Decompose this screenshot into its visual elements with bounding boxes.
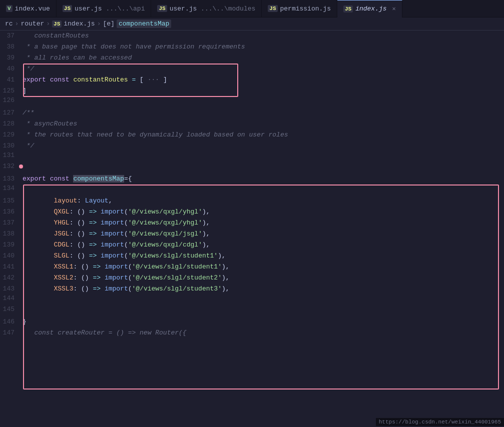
tab-user-js-api[interactable]: JS user.js ...\..\api — [57, 0, 152, 18]
tab-label: index.vue — [15, 5, 50, 12]
tab-bar: V index.vue JS user.js ...\..\api JS use… — [0, 0, 504, 18]
line-number: 40 — [0, 65, 23, 72]
code-line: 139 CDGL: () => import('@/views/qxgl/cdg… — [0, 240, 504, 250]
line-content: const createRouter = () => new Router({ — [23, 328, 504, 338]
line-number: 125 — [0, 87, 23, 94]
code-line: 138 JSGL: () => import('@/views/qxgl/jsg… — [0, 228, 504, 240]
code-line: 143 XSSL3: () => import('@/views/slgl/st… — [0, 284, 504, 294]
line-content: * a base page that does not have permiss… — [23, 42, 504, 52]
code-line: 145 — [0, 306, 504, 316]
js-icon: JS — [268, 5, 277, 12]
tab-label: permission.js — [280, 5, 331, 12]
line-number: 138 — [0, 230, 23, 238]
code-line: 140 SLGL: () => import('@/views/slgl/stu… — [0, 250, 504, 262]
line-number: 139 — [0, 241, 23, 248]
line-number: 146 — [0, 318, 23, 326]
code-line: 146 } — [0, 316, 504, 328]
code-line: 126 — [0, 96, 504, 108]
breadcrumb-sep: › — [97, 20, 101, 28]
tab-label: user.js ...\..\api — [75, 5, 145, 12]
line-number: 37 — [0, 32, 23, 40]
line-content: } — [23, 316, 504, 328]
code-line: 144 — [0, 294, 504, 306]
breadcrumb-symbol: componentsMap — [117, 20, 171, 28]
line-content: XSSL1: () => import('@/views/slgl/studen… — [23, 262, 504, 272]
line-number: 134 — [0, 184, 23, 192]
line-content: export const componentsMap={ — [23, 174, 504, 184]
line-content: ] — [23, 86, 504, 96]
code-line: 130 */ — [0, 140, 504, 152]
code-line: 135 layout: Layout, — [0, 196, 504, 206]
tab-label: index.js — [355, 5, 386, 12]
js-icon: JS — [343, 6, 353, 12]
line-content: JSGL: () => import('@/views/qxgl/jsgl'), — [23, 228, 504, 240]
js-badge: JS — [52, 20, 62, 28]
line-number: 39 — [0, 54, 23, 62]
line-number: 136 — [0, 208, 23, 216]
line-number: 147 — [0, 329, 23, 336]
watermark-url: https://blog.csdn.net/weixin_44001965 — [376, 418, 504, 426]
line-number: 38 — [0, 43, 23, 50]
line-number: 145 — [0, 306, 23, 313]
js-icon: JS — [157, 5, 167, 12]
line-number: 143 — [0, 285, 23, 292]
line-content: export const constantRoutes = [ ··· ] — [23, 74, 504, 86]
code-line: 128 * asyncRoutes — [0, 118, 504, 130]
line-content: * asyncRoutes — [23, 118, 504, 130]
code-line: 142 XSSL2: () => import('@/views/slgl/st… — [0, 272, 504, 284]
line-content: * the routes that need to be dynamically… — [23, 130, 504, 140]
breadcrumb-file: index.js — [64, 20, 95, 28]
code-line: 147 const createRouter = () => new Route… — [0, 328, 504, 338]
code-line: 41 export const constantRoutes = [ ··· ] — [0, 74, 504, 86]
line-number: 144 — [0, 294, 23, 302]
line-content: * all roles can be accessed — [23, 52, 504, 64]
line-number: 129 — [0, 131, 23, 138]
line-content: XSSL2: () => import('@/views/slgl/studen… — [23, 272, 504, 284]
js-icon: JS — [63, 5, 72, 12]
code-line: 133 export const componentsMap={ — [0, 174, 504, 184]
line-number: 141 — [0, 263, 23, 270]
code-line: 37 constantRoutes — [0, 30, 504, 42]
code-area: 37 constantRoutes 38 * a base page that … — [0, 30, 504, 426]
line-content: */ — [23, 64, 504, 74]
line-content: /** — [23, 108, 504, 118]
line-content: */ — [23, 140, 504, 152]
code-line: 129 * the routes that need to be dynamic… — [0, 130, 504, 140]
code-line: 125 ] — [0, 86, 504, 96]
tab-permission-js[interactable]: JS permission.js — [262, 0, 337, 18]
line-number: 41 — [0, 76, 23, 84]
line-content: SLGL: () => import('@/views/slgl/student… — [23, 250, 504, 262]
breadcrumb-router: router — [21, 20, 44, 28]
line-content: XSSL3: () => import('@/views/slgl/studen… — [23, 284, 504, 294]
code-line: 137 YHGL: () => import('@/views/qxgl/yhg… — [0, 218, 504, 228]
tab-label: user.js ...\..\modules — [170, 5, 256, 12]
line-number: 128 — [0, 120, 23, 128]
code-line: 127 /** — [0, 108, 504, 118]
line-content: layout: Layout, — [23, 196, 504, 206]
line-number: 131 — [0, 152, 23, 159]
line-number: 137 — [0, 219, 23, 226]
breadcrumb-sep: › — [46, 20, 50, 28]
code-line: 132 — [0, 162, 504, 174]
tab-index-vue[interactable]: V index.vue — [0, 0, 57, 18]
line-number: 140 — [0, 252, 23, 260]
vue-icon: V — [6, 5, 13, 12]
line-content: constantRoutes — [23, 30, 504, 42]
line-content: QXGL: () => import('@/views/qxgl/yhgl'), — [23, 206, 504, 218]
line-number: 127 — [0, 109, 23, 116]
line-number: 133 — [0, 175, 23, 182]
breadcrumb-bracket: [e] — [103, 20, 114, 28]
line-number: 142 — [0, 274, 23, 282]
code-line: 39 * all roles can be accessed — [0, 52, 504, 64]
tab-index-js[interactable]: JS index.js ✕ — [337, 0, 402, 18]
line-number: 130 — [0, 142, 23, 150]
code-line: 131 — [0, 152, 504, 162]
tab-user-js-modules[interactable]: JS user.js ...\..\modules — [151, 0, 262, 18]
breadcrumb: rc › router › JS index.js › [e] componen… — [0, 18, 504, 30]
red-dot-1 — [19, 164, 23, 168]
line-number: 126 — [0, 96, 23, 104]
breadcrumb-rc: rc — [5, 20, 13, 28]
close-icon[interactable]: ✕ — [392, 5, 396, 12]
breadcrumb-sep: › — [15, 20, 19, 28]
line-number: 135 — [0, 197, 23, 204]
